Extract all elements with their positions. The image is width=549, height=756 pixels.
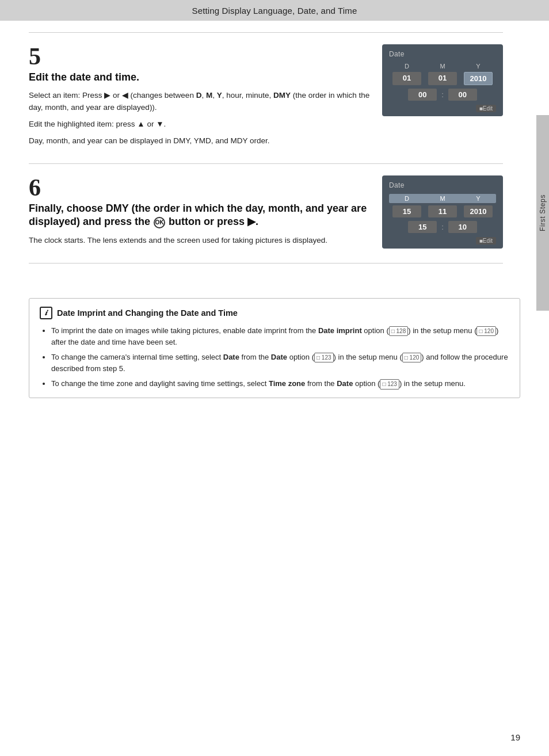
step-6-body: The clock starts. The lens extends and t… [29,235,371,247]
note-box: 𝒊 Date Imprint and Changing the Date and… [29,298,520,399]
page-header: Setting Display Language, Date, and Time [0,0,549,21]
step-6-screen-title: Date [389,181,496,189]
step-5-val-min: 00 [448,89,477,101]
ref-123b: □ 123 [380,379,399,390]
step-5-col-y: Y [464,63,493,70]
ref-123a: □ 123 [314,353,334,363]
ref-120a: □ 120 [476,326,496,337]
step-5-para-3: Day, month, and year can be displayed in… [29,135,371,147]
step-5-dmy-row: D M Y [389,63,496,70]
step-6-para-1: The clock starts. The lens extends and t… [29,235,371,247]
chapter-label: First Steps [539,194,547,231]
step-5-left: 5 Edit the date and time. Select an item… [29,44,371,152]
step-5-val-h: 00 [408,89,437,101]
ok-button-icon: OK [154,217,165,228]
step-6-val-d: 15 [392,205,421,217]
step-5-title: Edit the date and time. [29,71,371,84]
step-5-separator: : [440,89,445,101]
chapter-tab: First Steps [536,115,549,311]
step-5-values-row: 01 01 2010 [389,72,496,85]
step-5-val-d: 01 [392,72,421,85]
step-5-val-y: 2010 [464,72,493,85]
step-6-values-row: 15 11 2010 [389,205,496,217]
step-6-val-y: 2010 [464,205,493,217]
step-5-edit-label: ■Edit [476,105,496,112]
step-6-right: Date D M Y 15 11 2010 15 : 10 ■Edit [382,175,503,251]
step-5-col-m: M [428,63,457,70]
step-6-col-m: M [428,195,457,202]
step-5-right: Date D M Y 01 01 2010 00 : 00 ■Edit [382,44,503,152]
step-6-section: 6 Finally, choose DMY (the order in whic… [29,163,503,264]
step-5-screen: Date D M Y 01 01 2010 00 : 00 ■Edit [382,44,503,116]
main-content: 5 Edit the date and time. Select an item… [0,21,549,281]
step-6-number: 6 [29,175,371,200]
note-title-text: Date Imprint and Changing the Date and T… [57,308,238,318]
note-title: 𝒊 Date Imprint and Changing the Date and… [40,307,509,319]
step-5-edit-bar: ■Edit [389,105,496,112]
step-5-screen-title: Date [389,50,496,58]
step-5-para-2: Edit the highlighted item: press ▲ or ▼. [29,119,371,131]
ref-128a: □ 128 [389,326,409,337]
step-6-screen: Date D M Y 15 11 2010 15 : 10 ■Edit [382,175,503,249]
step-6-edit-bar: ■Edit [389,238,496,244]
step-6-dmy-row: D M Y [389,194,496,203]
step-5-col-d: D [392,63,421,70]
note-icon: 𝒊 [40,307,52,319]
note-item-2: To change the camera's internal time set… [51,352,509,375]
step-6-col-d: D [392,195,421,202]
step-6-left: 6 Finally, choose DMY (the order in whic… [29,175,371,251]
note-item-1: To imprint the date on images while taki… [51,325,509,348]
note-item-3: To change the time zone and daylight sav… [51,378,509,390]
note-list: To imprint the date on images while taki… [40,325,509,390]
step-5-time-row: 00 : 00 [389,89,496,101]
step-6-val-h: 15 [408,221,437,233]
step-6-title: Finally, choose DMY (the order in which … [29,202,371,229]
page-number: 19 [510,732,520,742]
step-5-section: 5 Edit the date and time. Select an item… [29,32,503,163]
header-title: Setting Display Language, Date, and Time [192,6,357,16]
step-5-val-m: 01 [428,72,457,85]
step-6-val-min: 10 [448,221,477,233]
step-6-col-y: Y [464,195,493,202]
step-6-val-m: 11 [428,205,457,217]
step-6-time-row: 15 : 10 [389,221,496,233]
step-5-number: 5 [29,44,371,68]
step-6-separator: : [440,221,445,233]
ref-120b: □ 120 [402,353,422,363]
step-5-para-1: Select an item: Press ▶ or ◀ (changes be… [29,90,371,114]
step-6-edit-label: ■Edit [476,237,496,245]
step-5-body: Select an item: Press ▶ or ◀ (changes be… [29,90,371,147]
